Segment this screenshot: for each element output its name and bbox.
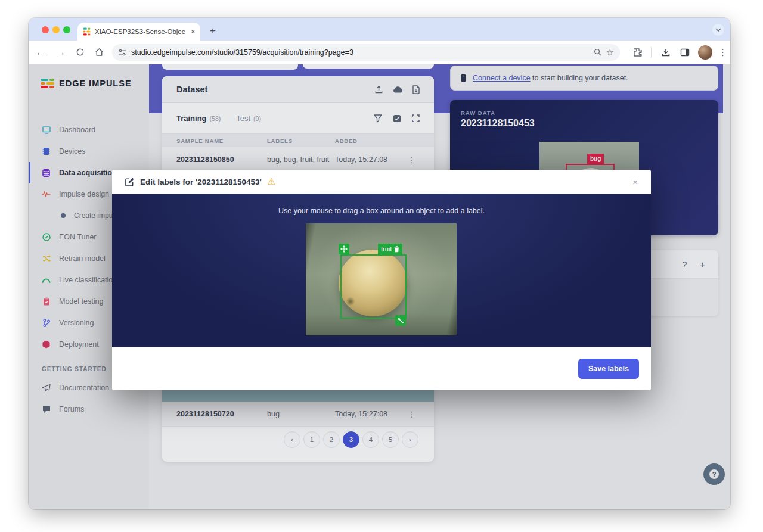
modal-footer: Save labels <box>112 347 651 390</box>
browser-tab[interactable]: XIAO-ESP32S3-Sense-Objec × <box>77 23 200 41</box>
url-text[interactable]: studio.edgeimpulse.com/studio/315759/acq… <box>131 48 589 57</box>
fruit-label-text: fruit <box>381 245 392 253</box>
extensions-icon[interactable] <box>629 48 646 57</box>
window-zoom-button[interactable] <box>63 26 70 33</box>
home-button[interactable] <box>91 48 107 57</box>
modal-body: Use your mouse to drag a box around an o… <box>112 194 651 347</box>
move-handle-icon[interactable] <box>339 244 349 254</box>
downloads-icon[interactable] <box>657 48 674 57</box>
warning-icon: ⚠ <box>268 176 275 187</box>
reload-button[interactable] <box>72 48 88 57</box>
fruit-bounding-box[interactable] <box>340 254 407 319</box>
window-minimize-button[interactable] <box>52 26 60 33</box>
browser-titlebar: XIAO-ESP32S3-Sense-Objec × + <box>29 18 730 41</box>
address-bar[interactable]: studio.edgeimpulse.com/studio/315759/acq… <box>112 44 620 61</box>
profile-avatar[interactable] <box>698 45 712 60</box>
edge-impulse-favicon <box>83 28 91 36</box>
modal-title: Edit labels for '20231128150453' <box>140 178 262 186</box>
labeling-instruction: Use your mouse to drag a box around an o… <box>112 207 651 215</box>
site-settings-icon[interactable] <box>118 49 126 56</box>
resize-handle-icon[interactable] <box>395 315 406 326</box>
page-content: EDGE IMPULSE Dashboard Devices Data acqu… <box>29 64 730 509</box>
browser-toolbar: ← → studio.edgeimpulse.com/studio/315759… <box>29 41 730 64</box>
modal-header: Edit labels for '20231128150453' ⚠ × <box>112 170 651 194</box>
browser-menu-icon[interactable]: ⋮ <box>718 47 727 58</box>
modal-close-icon[interactable]: × <box>632 177 638 187</box>
toolbar-divider <box>651 47 652 58</box>
bookmark-icon[interactable]: ☆ <box>606 47 614 58</box>
new-tab-button[interactable]: + <box>210 25 216 37</box>
save-labels-button[interactable]: Save labels <box>578 359 639 379</box>
side-panel-icon[interactable] <box>677 48 693 57</box>
trash-icon <box>394 246 399 253</box>
back-button[interactable]: ← <box>32 47 49 58</box>
edit-labels-modal: Edit labels for '20231128150453' ⚠ × Use… <box>112 170 651 390</box>
window-close-button[interactable] <box>42 26 49 33</box>
tab-search-button[interactable] <box>712 24 724 36</box>
labeling-canvas[interactable]: fruit <box>306 223 457 335</box>
tab-title: XIAO-ESP32S3-Sense-Objec <box>95 28 187 35</box>
edit-icon <box>125 178 134 186</box>
fruit-label-chip[interactable]: fruit <box>378 244 402 254</box>
tab-close-icon[interactable]: × <box>191 27 196 36</box>
forward-button[interactable]: → <box>52 47 69 58</box>
browser-window: XIAO-ESP32S3-Sense-Objec × + ← → studio.… <box>29 18 730 509</box>
zoom-page-icon[interactable] <box>594 48 601 56</box>
